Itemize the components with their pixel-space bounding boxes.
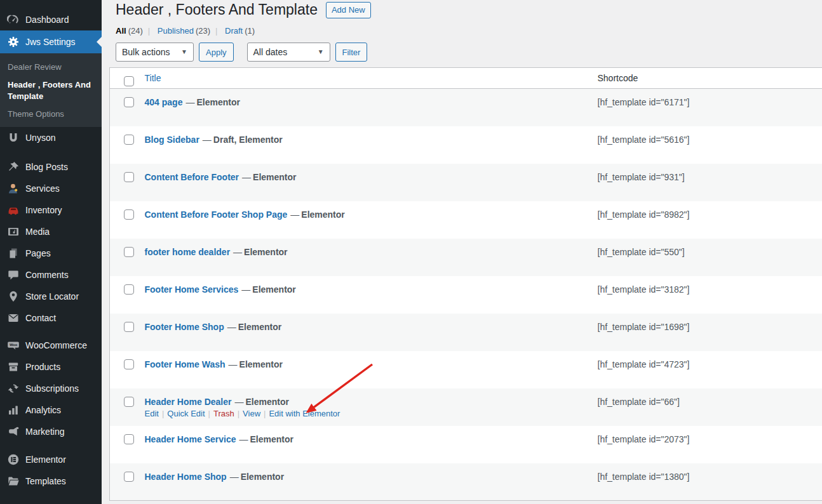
sort-by-title-link[interactable]: Title [145, 73, 161, 83]
row-title-link[interactable]: 404 page [145, 97, 183, 107]
table-row: footer home dealder—Elementor EditQuick … [110, 239, 822, 276]
row-checkbox[interactable] [124, 97, 134, 107]
templates-list-table: Title Shortcode 404 page—Elementor EditQ… [109, 67, 822, 501]
shortcode-value: [hf_template id="931"] [598, 172, 685, 182]
row-title-link[interactable]: Blog Sidebar [145, 135, 199, 145]
elementor-logo-icon [7, 453, 20, 466]
sidebar-item-contact[interactable]: Contact [0, 307, 102, 329]
sidebar-item-marketing[interactable]: Marketing [0, 421, 102, 442]
add-new-button[interactable]: Add New [326, 2, 371, 18]
apply-button[interactable]: Apply [199, 43, 234, 62]
row-title-link[interactable]: Footer Home Wash [145, 359, 226, 369]
shortcode-value: [hf_template id="1698"] [598, 322, 690, 332]
table-row: Footer Home Wash—Elementor EditQuick Edi… [110, 351, 822, 388]
sidebar-item-pages[interactable]: Pages [0, 242, 102, 264]
state-separator: — [229, 359, 238, 369]
megaphone-icon [7, 425, 20, 438]
action-view[interactable]: View [243, 409, 260, 418]
jws-settings-submenu: Dealer Review Header , Footers And Templ… [0, 53, 102, 127]
row-checkbox[interactable] [124, 284, 134, 295]
row-title-link[interactable]: Header Home Shop [145, 472, 227, 482]
action-edit-with-elementor[interactable]: Edit with Elementor [269, 409, 340, 418]
sidebar-item-subscriptions[interactable]: Subscriptions [0, 378, 102, 399]
view-all: All(24) [116, 26, 143, 36]
row-title-link[interactable]: Content Before Footer [145, 172, 239, 182]
select-all-checkbox[interactable] [124, 76, 134, 86]
view-draft-link[interactable]: Draft [225, 26, 243, 36]
row-title-line: Header Home Shop—Elementor [145, 472, 591, 482]
sidebar-item-templates[interactable]: Templates [0, 470, 102, 492]
action-edit[interactable]: Edit [145, 409, 159, 418]
state-separator: — [241, 284, 250, 295]
view-all-link[interactable]: All [116, 26, 126, 36]
sidebar-item-analytics[interactable]: Analytics [0, 399, 102, 421]
woocommerce-icon: Woo [7, 339, 20, 352]
shortcode-value: [hf_template id="2073"] [598, 434, 690, 444]
dates-filter-select[interactable]: All dates ▼ [247, 43, 330, 62]
bulk-actions-select[interactable]: Bulk actions ▼ [116, 43, 194, 62]
shortcode-value: [hf_template id="1380"] [598, 472, 690, 482]
sidebar-item-elementor[interactable]: Elementor [0, 449, 102, 470]
row-checkbox[interactable] [124, 397, 134, 407]
sidebar-item-media[interactable]: Media [0, 221, 102, 242]
table-row: Header Home Service—Elementor EditQuick … [110, 426, 822, 463]
sidebar-item-label: Unyson [25, 133, 55, 143]
sidebar-item-services[interactable]: Services [0, 178, 102, 199]
sidebar-item-store-locator[interactable]: Store Locator [0, 286, 102, 307]
row-title-link[interactable]: Footer Home Services [145, 284, 239, 295]
sidebar-item-label: Marketing [25, 427, 64, 437]
row-title-link[interactable]: Header Home Service [145, 434, 236, 444]
action-trash[interactable]: Trash [213, 409, 234, 418]
sidebar-item-unyson[interactable]: Unyson [0, 127, 102, 149]
sidebar-item-label: Comments [25, 270, 69, 281]
action-quick-edit[interactable]: Quick Edit [167, 409, 205, 418]
row-checkbox[interactable] [124, 434, 134, 444]
submenu-item-theme-options[interactable]: Theme Options [0, 105, 102, 123]
row-actions: EditQuick EditTrashViewEdit with Element… [145, 409, 591, 420]
sidebar-item-jws-settings[interactable]: Jws Settings [0, 30, 102, 53]
table-row: Footer Home Services—Elementor EditQuick… [110, 276, 822, 314]
state-separator: — [242, 172, 251, 182]
submenu-item-dealer-review[interactable]: Dealer Review [0, 58, 102, 76]
row-checkbox[interactable] [124, 472, 134, 482]
sidebar-item-label: Inventory [25, 205, 62, 216]
row-title-line: Footer Home Services—Elementor [145, 284, 591, 295]
sidebar-item-label: Contact [25, 313, 56, 324]
view-published-link[interactable]: Published [158, 26, 194, 36]
sidebar-item-inventory[interactable]: Inventory [0, 199, 102, 221]
table-row: Content Before Footer—Elementor EditQuic… [110, 164, 822, 201]
sidebar-item-label: WooCommerce [25, 340, 87, 351]
shortcode-value: [hf_template id="5616"] [598, 135, 690, 145]
sidebar-item-label: Media [25, 227, 50, 237]
sidebar-item-dashboard[interactable]: Dashboard [0, 9, 102, 30]
row-checkbox[interactable] [124, 209, 134, 220]
page-title: Header , Footers And Template [116, 1, 318, 18]
page-header: Header , Footers And Template Add New [116, 1, 822, 18]
row-checkbox[interactable] [124, 322, 134, 332]
sidebar-item-comments[interactable]: Comments [0, 264, 102, 286]
table-header-row: Title Shortcode [110, 68, 822, 89]
row-title-link[interactable]: Header Home Dealer [145, 397, 232, 407]
svg-text:Woo: Woo [10, 343, 18, 347]
submenu-item-header-footers-template[interactable]: Header , Footers And Template [0, 76, 102, 105]
dashboard-icon [7, 13, 20, 26]
state-separator: — [230, 472, 239, 482]
location-pin-icon [7, 290, 20, 303]
row-checkbox[interactable] [124, 359, 134, 369]
sidebar-item-products[interactable]: Products [0, 356, 102, 378]
shortcode-value: [hf_template id="4723"] [598, 359, 690, 369]
post-state: Elementor [250, 434, 293, 444]
filter-button[interactable]: Filter [335, 43, 368, 62]
state-separator: — [234, 397, 243, 407]
sidebar-item-woocommerce[interactable]: Woo WooCommerce [0, 335, 102, 356]
gear-icon [7, 36, 20, 48]
column-header-title: Title [145, 68, 598, 89]
sidebar-item-blog-posts[interactable]: Blog Posts [0, 156, 102, 178]
row-checkbox[interactable] [124, 172, 134, 182]
row-title-link[interactable]: Footer Home Shop [145, 322, 224, 332]
comment-bubble-icon [7, 269, 20, 281]
row-title-link[interactable]: Content Before Footer Shop Page [145, 209, 288, 220]
row-title-link[interactable]: footer home dealder [145, 247, 231, 257]
row-checkbox[interactable] [124, 247, 134, 257]
row-checkbox[interactable] [124, 135, 134, 145]
